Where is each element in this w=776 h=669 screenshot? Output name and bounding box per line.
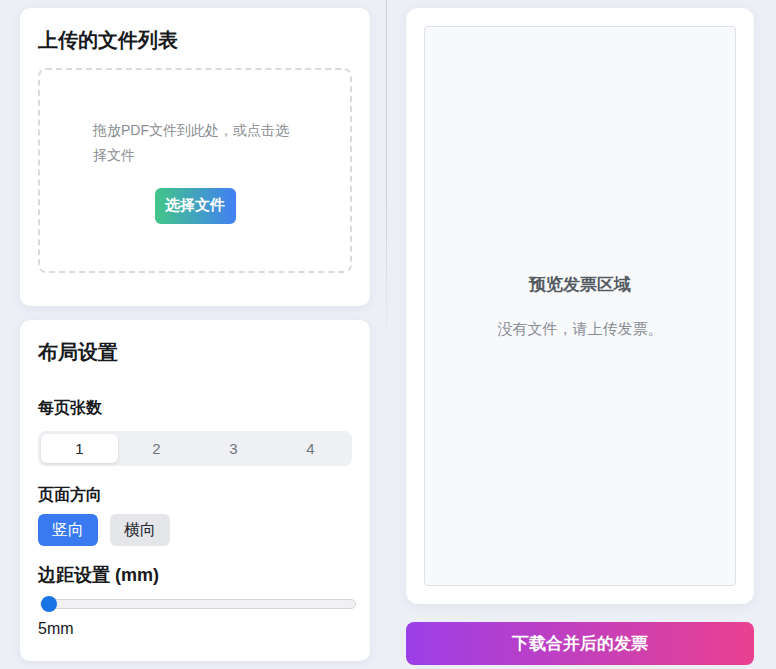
column-divider: [386, 0, 387, 355]
per-page-label: 每页张数: [38, 400, 352, 416]
layout-card-title: 布局设置: [38, 338, 352, 366]
orientation-buttons: 竖向 横向: [38, 514, 352, 546]
per-page-option-4[interactable]: 4: [272, 434, 349, 463]
per-page-option-3[interactable]: 3: [195, 434, 272, 463]
margin-slider[interactable]: [40, 599, 356, 609]
upload-file-list-card: 上传的文件列表 拖放PDF文件到此处，或点击选择文件 选择文件: [20, 8, 370, 306]
orientation-label: 页面方向: [38, 487, 352, 503]
preview-card: 预览发票区域 没有文件，请上传发票。: [406, 8, 754, 604]
dropzone-hint-text: 拖放PDF文件到此处，或点击选择文件: [93, 118, 297, 168]
pdf-dropzone[interactable]: 拖放PDF文件到此处，或点击选择文件 选择文件: [38, 68, 352, 273]
preview-empty-message: 没有文件，请上传发票。: [498, 320, 663, 339]
upload-card-title: 上传的文件列表: [38, 26, 352, 54]
invoice-merge-app: 上传的文件列表 拖放PDF文件到此处，或点击选择文件 选择文件 布局设置 每页张…: [0, 0, 776, 669]
margin-label: 边距设置 (mm): [38, 565, 352, 585]
invoice-preview-panel: 预览发票区域 没有文件，请上传发票。: [424, 26, 736, 586]
choose-file-button[interactable]: 选择文件: [155, 188, 236, 224]
per-page-segmented-control: 1 2 3 4: [38, 431, 352, 466]
download-merged-invoice-button[interactable]: 下载合并后的发票: [406, 622, 754, 665]
left-column: 上传的文件列表 拖放PDF文件到此处，或点击选择文件 选择文件 布局设置 每页张…: [20, 8, 370, 661]
preview-area-title: 预览发票区域: [529, 273, 631, 296]
layout-settings-card: 布局设置 每页张数 1 2 3 4 页面方向 竖向 横向 边距设置 (mm) 5…: [20, 320, 370, 661]
per-page-option-1[interactable]: 1: [41, 434, 118, 463]
orientation-landscape-button[interactable]: 横向: [110, 514, 170, 546]
orientation-portrait-button[interactable]: 竖向: [38, 514, 98, 546]
right-column: 预览发票区域 没有文件，请上传发票。 下载合并后的发票: [406, 8, 754, 665]
margin-value-text: 5mm: [38, 620, 352, 638]
per-page-option-2[interactable]: 2: [118, 434, 195, 463]
